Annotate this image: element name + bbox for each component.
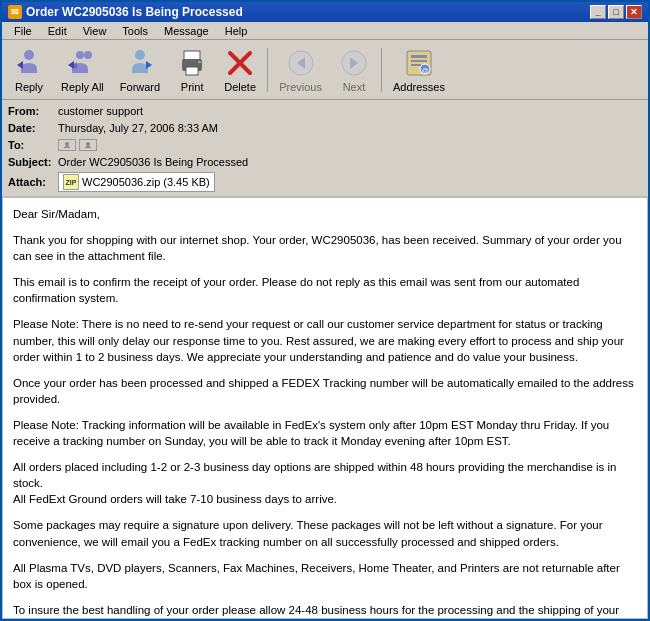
email-paragraph-7: Some packages may require a signature up… bbox=[13, 517, 637, 549]
delete-icon bbox=[224, 47, 256, 79]
svg-rect-17 bbox=[411, 64, 421, 66]
addresses-icon: @ bbox=[403, 47, 435, 79]
title-bar: ✉ Order WC2905036 Is Being Processed _ □… bbox=[2, 2, 648, 22]
from-value: customer support bbox=[58, 105, 143, 117]
from-row: From: customer support bbox=[8, 103, 642, 119]
to-label: To: bbox=[8, 139, 58, 151]
maximize-button[interactable]: □ bbox=[608, 5, 624, 19]
print-icon bbox=[176, 47, 208, 79]
reply-all-icon bbox=[66, 47, 98, 79]
next-icon bbox=[338, 47, 370, 79]
reply-all-button[interactable]: Reply All bbox=[54, 44, 111, 96]
date-row: Date: Thursday, July 27, 2006 8:33 AM bbox=[8, 120, 642, 136]
toolbar-separator-2 bbox=[381, 48, 382, 92]
email-paragraph-5: Please Note: Tracking information will b… bbox=[13, 417, 637, 449]
zip-icon: ZIP bbox=[63, 174, 79, 190]
svg-point-20 bbox=[65, 142, 69, 146]
svg-rect-16 bbox=[411, 60, 427, 62]
previous-label: Previous bbox=[279, 81, 322, 93]
next-label: Next bbox=[343, 81, 366, 93]
svg-rect-15 bbox=[411, 55, 427, 58]
toolbar: Reply Reply All bbox=[2, 40, 648, 100]
forward-button[interactable]: Forward bbox=[113, 44, 167, 96]
subject-row: Subject: Order WC2905036 Is Being Proces… bbox=[8, 154, 642, 170]
date-value: Thursday, July 27, 2006 8:33 AM bbox=[58, 122, 218, 134]
minimize-button[interactable]: _ bbox=[590, 5, 606, 19]
attachment-file[interactable]: ZIP WC2905036.zip (3.45 KB) bbox=[58, 172, 215, 192]
menu-help[interactable]: Help bbox=[217, 24, 256, 38]
email-header: From: customer support Date: Thursday, J… bbox=[2, 100, 648, 197]
email-paragraph-0: Dear Sir/Madam, bbox=[13, 206, 637, 222]
addresses-label: Addresses bbox=[393, 81, 445, 93]
menu-edit[interactable]: Edit bbox=[40, 24, 75, 38]
window-title: Order WC2905036 Is Being Processed bbox=[26, 5, 243, 19]
svg-text:@: @ bbox=[421, 67, 428, 74]
menu-view[interactable]: View bbox=[75, 24, 115, 38]
title-bar-left: ✉ Order WC2905036 Is Being Processed bbox=[8, 5, 243, 19]
attach-row: Attach: ZIP WC2905036.zip (3.45 KB) bbox=[8, 172, 642, 192]
next-button[interactable]: Next bbox=[331, 44, 377, 96]
menu-file[interactable]: File bbox=[6, 24, 40, 38]
email-body: Dear Sir/Madam,Thank you for shopping wi… bbox=[3, 198, 647, 619]
reply-all-label: Reply All bbox=[61, 81, 104, 93]
menu-message[interactable]: Message bbox=[156, 24, 217, 38]
attach-size: (3.45 KB) bbox=[163, 176, 209, 188]
email-paragraph-8: All Plasma TVs, DVD players, Scanners, F… bbox=[13, 560, 637, 592]
print-button[interactable]: Print bbox=[169, 44, 215, 96]
email-paragraph-2: This email is to confirm the receipt of … bbox=[13, 274, 637, 306]
email-paragraph-4: Once your order has been processed and s… bbox=[13, 375, 637, 407]
forward-icon bbox=[124, 47, 156, 79]
svg-point-0 bbox=[24, 50, 34, 60]
menu-bar: File Edit View Tools Message Help bbox=[2, 22, 648, 40]
email-body-container[interactable]: Dear Sir/Madam,Thank you for shopping wi… bbox=[2, 197, 648, 619]
to-contact-2 bbox=[79, 139, 97, 151]
subject-label: Subject: bbox=[8, 156, 58, 168]
close-button[interactable]: ✕ bbox=[626, 5, 642, 19]
reply-label: Reply bbox=[15, 81, 43, 93]
svg-point-2 bbox=[84, 51, 92, 59]
to-contact-1 bbox=[58, 139, 76, 151]
previous-icon bbox=[285, 47, 317, 79]
title-bar-buttons: _ □ ✕ bbox=[590, 5, 642, 19]
attach-filename: WC2905036.zip bbox=[82, 176, 160, 188]
from-label: From: bbox=[8, 105, 58, 117]
to-value bbox=[58, 139, 97, 152]
email-paragraph-3: Please Note: There is no need to re-send… bbox=[13, 316, 637, 364]
delete-button[interactable]: Delete bbox=[217, 44, 263, 96]
svg-rect-7 bbox=[198, 61, 201, 63]
to-row: To: bbox=[8, 137, 642, 153]
svg-point-3 bbox=[135, 50, 145, 60]
email-window: ✉ Order WC2905036 Is Being Processed _ □… bbox=[0, 0, 650, 621]
print-label: Print bbox=[181, 81, 204, 93]
subject-value: Order WC2905036 Is Being Processed bbox=[58, 156, 248, 168]
menu-tools[interactable]: Tools bbox=[114, 24, 156, 38]
previous-button[interactable]: Previous bbox=[272, 44, 329, 96]
email-paragraph-6: All orders placed including 1-2 or 2-3 b… bbox=[13, 459, 637, 507]
forward-label: Forward bbox=[120, 81, 160, 93]
attach-label: Attach: bbox=[8, 176, 58, 188]
window-icon: ✉ bbox=[8, 5, 22, 19]
reply-button[interactable]: Reply bbox=[6, 44, 52, 96]
addresses-button[interactable]: @ Addresses bbox=[386, 44, 452, 96]
email-paragraph-9: To insure the best handling of your orde… bbox=[13, 602, 637, 619]
svg-rect-6 bbox=[186, 67, 198, 75]
toolbar-separator-1 bbox=[267, 48, 268, 92]
date-label: Date: bbox=[8, 122, 58, 134]
delete-label: Delete bbox=[224, 81, 256, 93]
svg-point-1 bbox=[76, 51, 84, 59]
reply-icon bbox=[13, 47, 45, 79]
svg-point-21 bbox=[86, 142, 90, 146]
email-paragraph-1: Thank you for shopping with our internet… bbox=[13, 232, 637, 264]
